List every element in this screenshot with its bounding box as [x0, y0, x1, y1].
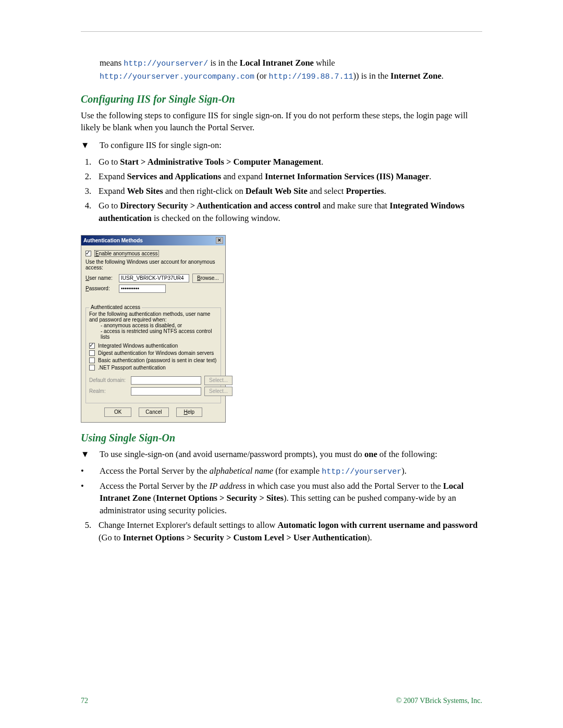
username-input[interactable] [119, 274, 189, 282]
section-heading-using: Using Single Sign-On [81, 432, 482, 444]
steps-list-continued: Change Internet Explorer's default setti… [81, 519, 482, 544]
chk-digest-label: Digest authentication for Windows domain… [98, 350, 214, 356]
top-rule [81, 31, 482, 32]
text: Expand [99, 186, 127, 196]
bold: Internet Zone [390, 71, 442, 81]
text: ( [151, 493, 156, 503]
step-1: Go to Start > Administrative Tools > Com… [81, 156, 482, 168]
text: is checked on the following window. [152, 213, 280, 223]
bold: Services and Applications [127, 171, 222, 181]
text: ). [401, 466, 407, 476]
text: Access the Portal Server by the [100, 466, 210, 476]
text: . [429, 171, 431, 181]
text: Go to [99, 157, 120, 167]
section-heading-configuring: Configuring IIS for Single Sign-On [81, 93, 482, 105]
bold: Internet Options > Security > Sites [156, 493, 284, 503]
text: and then right-click on [163, 186, 246, 196]
text: of the following: [377, 449, 437, 459]
text: (or [254, 71, 269, 81]
checkbox-integrated[interactable] [89, 343, 95, 349]
ok-button[interactable]: OK [104, 408, 131, 417]
enable-anon-row: Enable anonymous access [85, 250, 221, 257]
arrow-icon: ▼ [81, 448, 90, 461]
text: . [442, 71, 444, 81]
step-3: Expand Web Sites and then right-click on… [81, 185, 482, 198]
bold: Directory Security > Authentication and … [120, 201, 321, 211]
select-domain-button: Select... [204, 376, 232, 385]
text: in which case you must also add the Port… [246, 481, 443, 491]
bold: one [364, 449, 377, 459]
bullet-1: • Access the Portal Server by the alphab… [81, 465, 482, 478]
default-domain-row: Default domain: Select... [89, 376, 217, 385]
realm-label: Realm: [89, 388, 128, 394]
italic: IP address [210, 481, 246, 491]
auth-desc: For the following authentication methods… [89, 311, 217, 323]
text: . [321, 157, 323, 167]
text: To configure IIS for single sign-on: [100, 139, 222, 152]
text: To use single-sign-on (and avoid usernam… [100, 449, 364, 459]
code: http://yourserver.yourcompany.com [100, 72, 254, 81]
code: http://yourserver [322, 467, 401, 476]
procedure-intro-2: ▼ To use single-sign-on (and avoid usern… [81, 448, 482, 461]
text: Go to [99, 201, 120, 211]
text: while [314, 58, 335, 68]
auth-sub2: - access is restricted using NTFS access… [101, 328, 217, 340]
text: and select [308, 186, 346, 196]
arrow-icon: ▼ [81, 139, 90, 152]
bold: Automatic logon with current username an… [277, 520, 478, 530]
bullet-2: • Access the Portal Server by the IP add… [81, 480, 482, 517]
bold: Local Intranet Zone [240, 58, 314, 68]
checkbox-basic[interactable] [89, 357, 95, 363]
enable-anon-label: Enable anonymous access [94, 250, 159, 257]
password-row: Password: [85, 285, 221, 293]
text: and make sure that [321, 201, 389, 211]
chk-digest-row: Digest authentication for Windows domain… [89, 350, 217, 356]
default-domain-input [131, 376, 201, 385]
bold: Properties [346, 186, 384, 196]
text: and expand [221, 171, 265, 181]
section1-para: Use the following steps to configure IIS… [81, 109, 482, 134]
italic: alphabetical name [210, 466, 273, 476]
realm-input [131, 387, 201, 396]
step-5: Change Internet Explorer's default setti… [81, 519, 482, 544]
text: is in the [208, 58, 240, 68]
code: http://199.88.7.11 [269, 72, 353, 81]
page-number: 72 [81, 697, 88, 705]
dialog-screenshot: Authentication Methods ✕ Enable anonymou… [81, 235, 226, 423]
text: . [384, 186, 386, 196]
checkbox-digest[interactable] [89, 350, 95, 356]
procedure-intro: ▼ To configure IIS for single sign-on: [81, 139, 482, 152]
browse-button[interactable]: Browse... [192, 274, 224, 283]
checkbox-passport[interactable] [89, 365, 95, 371]
bold: Start > Administrative Tools > Computer … [120, 157, 321, 167]
bold: Web Sites [127, 186, 163, 196]
anon-desc: Use the following Windows user account f… [85, 259, 221, 270]
intro-paragraph: means http://yourserver/ is in the Local… [100, 57, 482, 83]
checkbox-enable-anon[interactable] [85, 251, 91, 256]
code: http://yourserver/ [124, 59, 208, 68]
text: (for example [273, 466, 322, 476]
text: Access the Portal Server by the [100, 481, 210, 491]
dialog-title: Authentication Methods [83, 238, 143, 243]
bold: Internet Options > Security > Custom Lev… [123, 533, 367, 542]
bold: Default Web Site [246, 186, 308, 196]
chk-passport-row: .NET Passport authentication [89, 365, 217, 371]
chk-basic-label: Basic authentication (password is sent i… [98, 357, 216, 363]
step-4: Go to Directory Security > Authenticatio… [81, 200, 482, 225]
copyright: © 2007 VBrick Systems, Inc. [396, 697, 482, 705]
text: Change Internet Explorer's default setti… [99, 520, 277, 530]
chk-basic-row: Basic authentication (password is sent i… [89, 357, 217, 363]
chk-integrated-row: Integrated Windows authentication [89, 343, 217, 349]
step-2: Expand Services and Applications and exp… [81, 170, 482, 183]
text: Expand [99, 171, 127, 181]
username-row: User name: Browse... [85, 274, 221, 283]
text: means [100, 58, 124, 68]
help-button[interactable]: Help [176, 408, 203, 417]
text: To use single-sign-on (and avoid usernam… [100, 448, 437, 461]
password-input[interactable] [119, 285, 166, 293]
cancel-button[interactable]: Cancel [139, 408, 168, 417]
bullet-list: • Access the Portal Server by the alphab… [81, 465, 482, 517]
close-icon[interactable]: ✕ [216, 237, 223, 244]
dialog-buttons: OK Cancel Help [85, 408, 221, 417]
page-footer: 72 © 2007 VBrick Systems, Inc. [81, 697, 482, 705]
